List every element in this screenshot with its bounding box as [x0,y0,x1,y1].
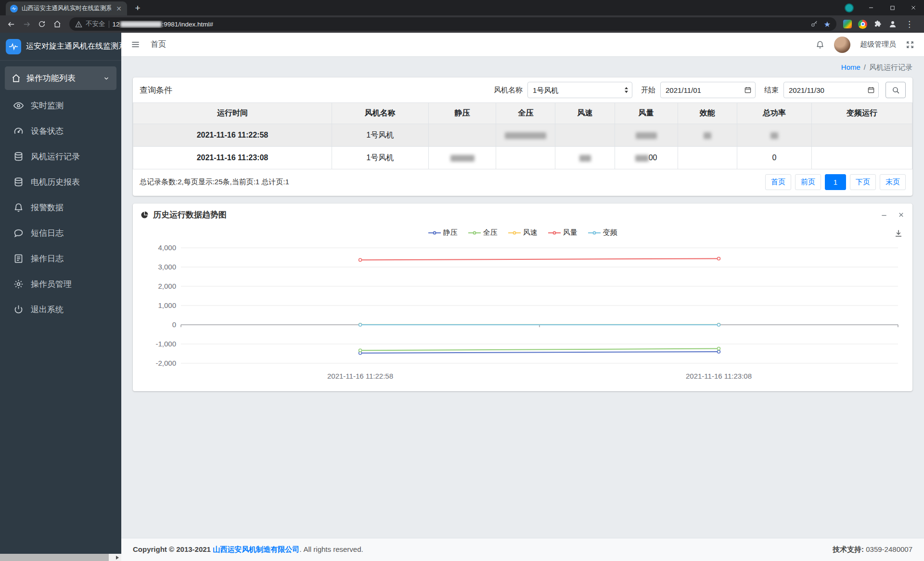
end-date-input[interactable] [783,82,879,98]
trend-chart-card: 历史运行数据趋势图 静压全压风速风量变频 4,0003,0002,0001,00… [133,204,912,391]
bookmark-star-icon[interactable]: ★ [824,20,831,29]
security-label: 不安全 [86,20,105,28]
chevron-down-icon [103,75,110,82]
download-icon[interactable] [894,229,903,238]
table-header-cell: 全压 [496,103,555,124]
page-button[interactable]: 首页 [765,174,791,190]
page-button[interactable]: 末页 [880,174,906,190]
breadcrumb-home-link[interactable]: Home [841,63,860,72]
table-cell [555,147,615,169]
window-maximize-button[interactable] [882,0,903,15]
table-cell [678,147,737,169]
page-button[interactable]: 下页 [850,174,876,190]
close-icon[interactable] [898,211,905,219]
minimize-icon[interactable] [880,211,888,219]
fan-select[interactable]: 1号风机 [527,82,632,98]
hamburger-menu-icon[interactable] [131,40,140,49]
sidebar-section-operations[interactable]: 操作功能列表 [5,66,116,90]
notifications-bell-icon[interactable] [816,40,824,49]
copyright-text: Copyright © 2013-2021 山西运安风机制造有限公司. All … [133,545,363,554]
table-cell [496,147,555,169]
navbar-home-link[interactable]: 首页 [151,39,166,50]
window-close-button[interactable] [903,0,924,15]
refresh-button[interactable] [35,17,49,31]
browser-toolbar: 不安全 12:9981/index.html# ★ ⋮ [0,15,924,33]
forward-button[interactable] [19,17,34,31]
svg-text:1,000: 1,000 [158,301,176,309]
sidebar-item[interactable]: 设备状态 [0,118,121,144]
user-avatar[interactable] [834,37,850,53]
eye-icon [13,101,24,111]
sidebar-item[interactable]: 电机历史报表 [0,169,121,195]
back-button[interactable] [4,17,18,31]
gauge-icon [13,126,24,136]
table-header-cell: 静压 [428,103,496,124]
fullscreen-expand-icon[interactable] [906,40,914,49]
username-label: 超级管理员 [860,40,896,49]
colorful-extension-icon[interactable] [843,20,852,28]
table-cell: 2021-11-16 11:22:58 [133,124,332,147]
legend-item[interactable]: 全压 [468,228,498,237]
sidebar-item[interactable]: 实时监测 [0,93,121,118]
redacted-value [579,155,591,162]
home-icon [12,74,21,83]
table-cell [555,124,615,147]
redacted-value [505,132,546,139]
chrome-logo-icon[interactable] [858,20,867,29]
sidebar-item[interactable]: 退出系统 [0,297,121,322]
svg-text:2021-11-16 11:23:08: 2021-11-16 11:23:08 [686,372,752,380]
start-date-label: 开始 [641,86,655,95]
gear-icon [13,279,24,289]
profile-badge-icon[interactable] [845,3,854,13]
records-card: 查询条件 风机名称 1号风机 开始 结束 [133,77,912,196]
svg-text:4,000: 4,000 [158,243,176,252]
browser-tab[interactable]: 山西运安主通风机实时在线监测系... ✕ [6,1,127,15]
tab-close-icon[interactable]: ✕ [115,5,123,13]
legend-item[interactable]: 静压 [428,228,458,237]
sidebar-item[interactable]: 风机运行记录 [0,144,121,169]
legend-item[interactable]: 风量 [548,228,578,237]
company-link[interactable]: 山西运安风机制造有限公司 [213,545,299,553]
sidebar-menu: 实时监测设备状态风机运行记录电机历史报表报警数据短信日志操作日志操作员管理退出系… [0,93,121,322]
trend-chart: 4,0003,0002,0001,0000-1,000-2,0002021-11… [140,239,906,383]
search-button[interactable] [886,82,906,98]
start-date-input[interactable] [660,82,756,98]
window-minimize-button[interactable] [860,0,882,15]
page-button-current[interactable]: 1 [825,174,846,190]
url-redacted-block [120,21,162,27]
sidebar-item[interactable]: 操作员管理 [0,271,121,297]
address-bar[interactable]: 不安全 12:9981/index.html# ★ [69,17,836,31]
table-row[interactable]: 2021-11-16 11:23:081号风机000 [133,147,912,169]
table-cell [812,124,912,147]
legend-marker-icon [428,230,441,236]
comment-icon [13,228,24,238]
browser-home-button[interactable] [50,17,64,31]
sidebar-item[interactable]: 短信日志 [0,220,121,246]
page-button[interactable]: 前页 [795,174,821,190]
svg-text:-1,000: -1,000 [155,340,176,348]
legend-item[interactable]: 风速 [508,228,538,237]
end-date-label: 结束 [764,86,779,95]
new-tab-button[interactable]: + [131,1,144,15]
sidebar-item[interactable]: 报警数据 [0,195,121,220]
key-icon[interactable] [810,20,818,28]
browser-menu-kebab-icon[interactable]: ⋮ [903,19,915,29]
chart-legend: 静压全压风速风量变频 [140,225,906,239]
pagination: 首页前页1下页末页 [765,174,906,190]
scrollbar-arrow-right[interactable] [113,554,121,561]
table-cell [428,147,496,169]
sidebar-item[interactable]: 操作日志 [0,246,121,271]
svg-text:0: 0 [172,320,176,329]
database-icon [13,152,24,162]
power-icon [13,305,24,315]
table-cell: 00 [615,147,678,169]
brand[interactable]: 运安对旋主通风机在线监测系统 [0,33,121,61]
legend-item[interactable]: 变频 [588,228,617,237]
table-row[interactable]: 2021-11-16 11:22:581号风机 [133,124,912,147]
sidebar-horizontal-scrollbar[interactable] [0,554,121,561]
browser-profile-icon[interactable] [888,20,897,28]
legend-marker-icon [468,230,481,236]
scrollbar-thumb[interactable] [0,554,109,561]
extensions-puzzle-icon[interactable] [873,20,882,28]
query-bar: 查询条件 风机名称 1号风机 开始 结束 [133,77,912,102]
